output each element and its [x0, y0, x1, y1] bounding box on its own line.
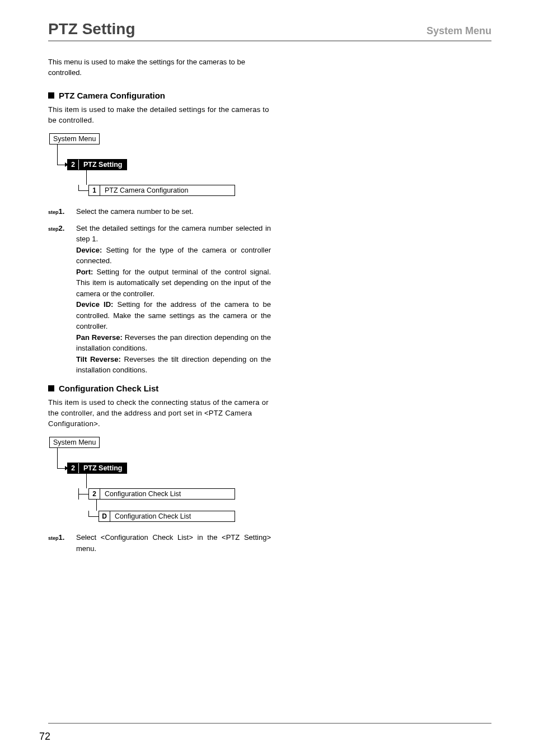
- def-term: Device:: [76, 246, 102, 254]
- menu-tree: System Menu 2 PTZ Setting 2 Configuratio…: [49, 437, 271, 522]
- section-desc: This item is used to make the detailed s…: [48, 105, 271, 126]
- tree-elbow-icon: [57, 159, 67, 170]
- tree-node-label: PTZ Setting: [79, 464, 127, 472]
- page-section-label: System Menu: [427, 25, 491, 37]
- step-label: step1.: [48, 532, 72, 554]
- section-heading-text: PTZ Camera Configuration: [59, 91, 165, 100]
- square-bullet-icon: [48, 385, 54, 391]
- tree-node-label: PTZ Setting: [79, 161, 127, 169]
- step-item: step1. Select <Configuration Check List>…: [48, 532, 271, 554]
- tree-leaf-number: 1: [89, 185, 100, 195]
- tree-leaf-config-check-list-d: D Configuration Check List: [99, 511, 235, 522]
- square-bullet-icon: [48, 92, 54, 99]
- tree-leaf-label: PTZ Camera Configuration: [100, 186, 235, 194]
- tree-elbow-icon: [78, 488, 88, 500]
- step-label: step1.: [48, 206, 72, 217]
- tree-node-number: 2: [68, 160, 79, 170]
- footer-rule: [48, 723, 491, 724]
- page-title: PTZ Setting: [48, 20, 135, 38]
- tree-elbow-icon: [78, 185, 88, 196]
- step-item: step1. Select the camera number to be se…: [48, 206, 271, 217]
- tree-leaf-number: 2: [89, 489, 100, 499]
- def-term: Tilt Reverse:: [76, 355, 121, 363]
- menu-tree: System Menu 2 PTZ Setting 1 PTZ Camera C…: [49, 133, 271, 196]
- section-heading: PTZ Camera Configuration: [48, 91, 271, 100]
- section-heading: Configuration Check List: [48, 384, 271, 393]
- step-body: Select <Configuration Check List> in the…: [76, 532, 271, 554]
- step-label: step2.: [48, 223, 72, 376]
- step-item: step2. Set the detailed settings for the…: [48, 223, 271, 376]
- tree-root: System Menu: [49, 437, 100, 448]
- tree-leaf-label: Configuration Check List: [110, 512, 235, 520]
- step-intro: Set the detailed settings for the camera…: [76, 224, 271, 244]
- def-term: Pan Reverse:: [76, 333, 123, 342]
- tree-node-ptz-setting: 2 PTZ Setting: [67, 159, 127, 170]
- section-desc: This item is used to check the connectin…: [48, 398, 271, 430]
- tree-root: System Menu: [49, 133, 100, 144]
- tree-elbow-icon: [88, 511, 99, 522]
- tree-leaf-number: D: [99, 511, 110, 521]
- arrow-right-icon: [65, 162, 68, 167]
- arrow-right-icon: [65, 466, 68, 470]
- def-term: Port:: [76, 268, 93, 276]
- tree-node-ptz-setting: 2 PTZ Setting: [67, 463, 127, 474]
- def-body: Setting for the type of the camera or co…: [76, 246, 271, 265]
- intro-text: This menu is used to make the settings f…: [48, 57, 271, 78]
- step-body: Select the camera number to be set.: [76, 206, 271, 217]
- tree-node-number: 2: [68, 463, 79, 473]
- def-body: Setting for the output terminal of the c…: [76, 268, 271, 298]
- section-heading-text: Configuration Check List: [59, 384, 158, 393]
- tree-leaf-ptz-camera-config: 1 PTZ Camera Configuration: [88, 185, 235, 196]
- tree-leaf-config-check-list: 2 Configuration Check List: [88, 488, 235, 500]
- page-header: PTZ Setting System Menu: [48, 20, 491, 41]
- page-number: 72: [39, 731, 50, 743]
- step-body: Set the detailed settings for the camera…: [76, 223, 271, 376]
- def-term: Device ID:: [76, 300, 113, 309]
- tree-leaf-label: Configuration Check List: [100, 490, 235, 498]
- tree-elbow-icon: [57, 463, 67, 474]
